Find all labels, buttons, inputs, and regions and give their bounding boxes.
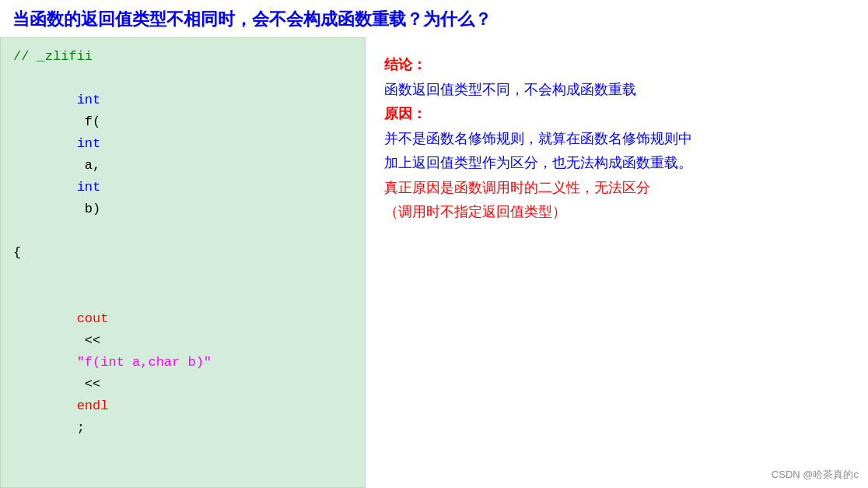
exp-reason-label: 原因：	[384, 106, 426, 121]
exp-true-reason1: 真正原因是函数调用时的二义性，无法区分	[384, 176, 849, 201]
code-op1b: <<	[77, 377, 109, 391]
code-brace1-open: {	[13, 242, 352, 264]
code-param-type1b: int	[77, 180, 101, 195]
exp-conclusion-label: 结论：	[384, 57, 426, 72]
exp-reason-line1: 并不是函数名修饰规则，就算在函数名修饰规则中	[384, 127, 849, 152]
exp-conclusion-label-line: 结论：	[384, 53, 849, 78]
watermark: CSDN @哈茶真的c	[772, 468, 859, 482]
exp-conclusion-text-line: 函数返回值类型不同，不会构成函数重载	[384, 78, 849, 103]
code-param-name1b: b)	[77, 202, 101, 216]
code-string1: "f(int a,char b)"	[77, 355, 212, 370]
code-type1: int	[77, 93, 101, 107]
code-cout-keyword1: cout	[77, 311, 109, 326]
code-param-name1a: a,	[77, 158, 109, 173]
page-container: 当函数的返回值类型不相同时，会不会构成函数重载？为什么？ // _zlifii …	[0, 0, 868, 488]
page-title: 当函数的返回值类型不相同时，会不会构成函数重载？为什么？	[12, 9, 492, 29]
code-space1: f(	[77, 114, 101, 129]
title-bar: 当函数的返回值类型不相同时，会不会构成函数重载？为什么？	[0, 0, 868, 37]
code-indent1	[77, 290, 109, 304]
code-semi1: ;	[77, 420, 85, 435]
code-panel: // _zlifii int f( int a, int b) { cout <…	[0, 37, 366, 488]
code-op1: <<	[77, 333, 109, 348]
exp-reason-line2: 加上返回值类型作为区分，也无法构成函数重载。	[384, 151, 849, 176]
code-param-type1a: int	[77, 136, 101, 151]
code-cout1: cout << "f(int a,char b)" << endl ;	[13, 264, 352, 460]
explanation-panel: 结论： 函数返回值类型不同，不会构成函数重载 原因： 并不是函数名修饰规则，就算…	[366, 37, 868, 488]
exp-true-reason2: （调用时不指定返回值类型）	[384, 200, 849, 225]
code-endl1: endl	[77, 398, 109, 413]
main-content: // _zlifii int f( int a, int b) { cout <…	[0, 37, 868, 488]
code-return1: return 0;	[13, 461, 352, 488]
exp-reason-label-line: 原因：	[384, 102, 849, 127]
code-line1: int f( int a, int b)	[13, 68, 352, 242]
code-comment1: // _zlifii	[13, 46, 352, 68]
